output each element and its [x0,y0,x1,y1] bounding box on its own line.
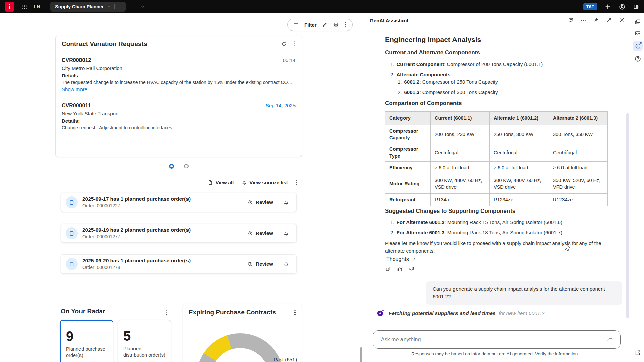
thoughts-expander[interactable]: Thoughts [386,256,417,262]
table-row: Efficiency ≥ 6.0 at full load ≥ 6.0 at f… [385,162,608,174]
section-heading: Comparison of Components [385,100,462,107]
chat-input[interactable] [373,331,620,348]
comparison-table: Category Current (6001.1) Alternate 1 (6… [385,111,608,206]
alert-title: 2025-09-19 has 2 planned purchase order(… [82,227,191,233]
main-scrollbar[interactable] [360,347,362,362]
thumbs-down-icon[interactable] [409,266,415,272]
radar-tile-planned-purchase[interactable]: 9 Planned purchase order(s) [60,320,113,362]
pagination-dot[interactable] [184,164,189,168]
tab-label: Supply Chain Planner [55,4,104,9]
close-tab-icon[interactable] [118,4,122,9]
panel-title: GenAI Assistant [370,18,408,23]
table-header: Alternate 2 (6001.3) [549,112,608,125]
top-bar: i LN Supply Chain Planner TST [0,0,644,13]
cvr-company: New York State Transport [62,111,296,116]
genai-assistant-icon-active[interactable] [633,41,643,51]
alert-title: 2025-09-20 has 1 planned purchase order(… [82,258,191,264]
thumbs-up-icon[interactable] [397,266,403,272]
app-window: i LN Supply Chain Planner TST [0,0,644,362]
pin-icon[interactable] [593,17,599,23]
on-your-radar-title: On Your Radar [61,308,105,315]
infor-logo[interactable]: i [5,2,14,12]
table-row: Refrigerant R134a R1234ze R1234ze [385,194,608,206]
filter-toolbar[interactable]: Filter [287,19,353,31]
status-text-emphasis: Fetching potential suppliers and lead ti… [389,310,496,316]
user-account-icon[interactable] [619,3,626,10]
app-launcher-grid-icon[interactable] [22,4,28,10]
show-more-link[interactable]: Show more [62,86,87,92]
overflow-menu-icon[interactable] [581,20,586,21]
add-icon[interactable] [605,4,611,10]
open-in-new-icon[interactable] [631,350,644,356]
tab-divider [114,4,115,9]
clipboard-icon [66,258,78,270]
list-item: 1.For Alternate 6001.2: Mounting Rack 15… [390,219,562,225]
tab-supply-chain-planner[interactable]: Supply Chain Planner [50,2,126,12]
side-panel-icon[interactable] [633,4,639,10]
table-row: Motor Rating 300 KW, 480V, 60 Hz, VSD dr… [385,174,608,194]
review-button[interactable]: Review [247,199,273,205]
bell-icon [241,180,247,185]
document-icon [207,180,213,185]
bell-icon[interactable] [283,199,289,205]
workspace-content: Filter Contract Variation Requests [0,13,364,362]
send-icon[interactable] [607,336,613,343]
copy-icon[interactable] [385,266,391,272]
tile-label: Planned distribution order(s) [123,346,165,358]
ai-disclaimer: Responses may be based on Infor data but… [364,351,626,356]
review-button[interactable]: Review [247,261,273,267]
conversations-icon[interactable] [634,19,641,25]
radar-tile-planned-distribution[interactable]: 5 Planned distribution order(s) [118,320,171,362]
table-header: Category [385,112,431,125]
help-icon[interactable] [634,55,641,62]
radar-more-menu[interactable] [166,309,168,316]
clipboard-icon [66,227,78,239]
bell-icon[interactable] [283,261,289,267]
assistant-closing-text: Please let me know if you would like to … [385,239,606,255]
message-actions [385,266,415,272]
section-heading: Current and Alternate Components [385,49,480,56]
cvr-details-label: Details: [62,118,296,124]
chevron-right-icon [412,257,417,262]
chevron-down-icon[interactable] [107,4,111,9]
settings-gear-icon[interactable] [333,22,339,28]
tile-label: Planned purchase order(s) [66,346,107,358]
alerts-more-menu[interactable] [296,179,298,186]
table-header: Current (6001.1) [431,112,490,125]
review-button[interactable]: Review [247,230,273,236]
workspace-label: LN [34,4,40,9]
cvr-item: CVR000012 05:14 City Metro Rail Corporat… [56,52,302,97]
card-more-menu[interactable] [294,309,296,316]
filter-icon [293,22,299,28]
filter-more-menu[interactable] [344,21,347,28]
cvr-id: CVR000012 [62,57,91,63]
environment-badge: TST [583,3,597,10]
status-text-rest: for new item 6001.2 [499,310,544,316]
comment-icon[interactable] [568,17,574,23]
review-clock-icon [247,199,253,205]
tile-count: 5 [123,329,165,343]
view-snooze-list-button[interactable]: View snooze list [241,180,288,185]
pagination-dot-active[interactable] [169,164,174,169]
chart-legend: Past (651) [266,357,297,362]
utility-sidebar [631,13,644,362]
close-icon[interactable] [619,17,625,23]
planned-order-alert: 2025-09-19 has 2 planned purchase order(… [61,224,297,243]
list-item: 1.Current Component: Compressor of 200 T… [390,61,543,67]
view-all-button[interactable]: View all [207,180,234,185]
inbox-icon[interactable] [634,30,641,37]
edit-icon[interactable] [322,22,328,28]
tab-list-chevron-icon[interactable] [140,4,145,9]
alert-title: 2025-09-17 has 1 planned purchase order(… [82,196,191,202]
report-heading: Engineering Impact Analysis [385,36,481,44]
table-row: Compressor Type Centrifugal Centrifugal … [385,144,608,162]
cvr-details-label: Details: [62,73,296,78]
bell-icon[interactable] [283,230,289,236]
card-more-menu[interactable] [293,41,296,47]
alerts-toolbar: View all View snooze list [188,179,298,186]
expand-icon[interactable] [606,17,612,23]
refresh-icon[interactable] [281,41,287,47]
clipboard-icon [66,196,78,208]
chat-scrollbar[interactable] [626,113,629,318]
alert-order: Order: 000001277 [82,234,191,239]
